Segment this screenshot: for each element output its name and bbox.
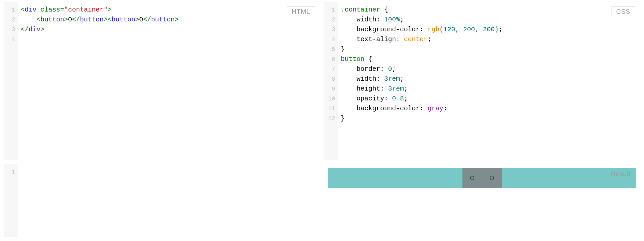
line-number: 9 xyxy=(324,84,338,94)
html-code[interactable]: <div class="container"> <button>O</butto… xyxy=(18,2,320,160)
result-body: OO xyxy=(324,164,640,237)
line-number: 8 xyxy=(324,74,338,84)
line-number: 3 xyxy=(4,25,18,35)
result-pane: OO Result xyxy=(324,164,640,237)
html-pane-label: HTML xyxy=(287,6,315,17)
line-number: 1 xyxy=(324,5,338,15)
line-number: 2 xyxy=(324,15,338,25)
line-number: 11 xyxy=(324,104,338,114)
line-number: 12 xyxy=(324,114,338,123)
line-number: 4 xyxy=(4,35,18,44)
css-editor-pane[interactable]: 1 2 3 4 5 6 7 8 9 10 11 12 .container { … xyxy=(324,2,640,160)
css-code[interactable]: .container { width: 100%; background-col… xyxy=(338,2,640,160)
js-gutter: 1 xyxy=(4,164,18,237)
result-pane-label: Result xyxy=(608,169,633,179)
js-code[interactable] xyxy=(18,164,320,237)
line-number: 5 xyxy=(324,44,338,54)
js-editor-pane[interactable]: 1 xyxy=(4,164,320,237)
line-number: 4 xyxy=(324,35,338,44)
css-pane-label: CSS xyxy=(611,6,635,17)
line-number: 6 xyxy=(324,54,338,64)
line-number: 3 xyxy=(324,25,338,35)
fiddle-app: 1 2 3 4 <div class="container"> <button>… xyxy=(0,0,644,241)
line-number: 7 xyxy=(324,64,338,74)
line-number: 1 xyxy=(4,5,18,15)
line-number: 10 xyxy=(324,94,338,104)
line-number: 2 xyxy=(4,15,18,25)
line-number: 1 xyxy=(4,167,18,177)
html-gutter: 1 2 3 4 xyxy=(4,2,18,160)
result-button[interactable]: O xyxy=(482,168,502,188)
html-editor-pane[interactable]: 1 2 3 4 <div class="container"> <button>… xyxy=(4,2,320,160)
result-button[interactable]: O xyxy=(462,168,482,188)
css-gutter: 1 2 3 4 5 6 7 8 9 10 11 12 xyxy=(324,2,338,160)
result-container: OO xyxy=(328,168,636,188)
